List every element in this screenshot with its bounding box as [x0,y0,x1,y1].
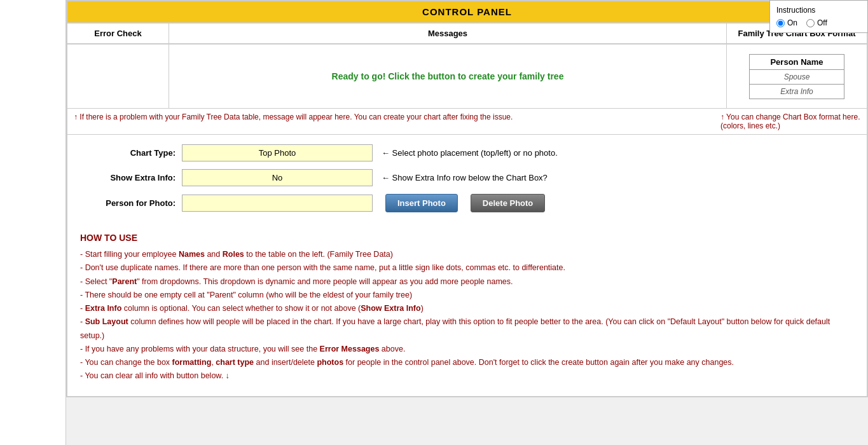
chart-type-input[interactable] [182,144,373,161]
chart-type-label: Chart Type: [80,148,182,158]
how-to-line-5: - Extra Info column is optional. You can… [80,302,854,315]
insert-photo-button[interactable]: Insert Photo [385,194,458,212]
instructions-on-radio[interactable] [776,19,785,27]
person-for-photo-row: Person for Photo: Insert Photo Delete Ph… [80,194,854,212]
control-panel-header: CONTROL PANEL [66,0,868,24]
instructions-radio-group: On Off [776,18,861,27]
messages-cell: Ready to go! Click the button to create … [169,44,727,108]
instructions-off-option[interactable]: Off [806,18,827,27]
family-tree-box-cell: Person Name Spouse Extra Info [727,44,867,108]
how-to-line-8: - You can change the box formatting, cha… [80,356,854,369]
left-sidebar [0,0,66,445]
col-header-error-check: Error Check [67,24,169,43]
delete-photo-button[interactable]: Delete Photo [471,194,545,212]
instructions-title: Instructions [776,6,861,15]
how-to-line-9: - You can clear all info with button bel… [80,369,854,383]
how-to-line-6: - Sub Layout column defines how will peo… [80,315,854,343]
instructions-off-radio[interactable] [806,19,815,27]
family-tree-box: Person Name Spouse Extra Info [749,54,844,99]
info-right-text: ↑ You can change Chart Box format here. … [720,113,860,130]
error-check-cell [67,44,169,108]
show-extra-hint: ← Show Extra Info row below the Chart Bo… [382,173,548,182]
chart-type-hint: ← Select photo placement (top/left) or n… [382,148,558,158]
instructions-off-label: Off [817,18,827,27]
show-extra-info-row: Show Extra Info: ← Show Extra Info row b… [80,169,854,186]
ft-box-extra-info: Extra Info [750,85,844,99]
ft-box-spouse: Spouse [750,70,844,85]
show-extra-label: Show Extra Info: [80,173,182,182]
how-to-line-3: - Select "Parent" from dropdowns. This d… [80,275,854,289]
col-header-messages: Messages [169,24,727,43]
info-left-text: ↑ If there is a problem with your Family… [74,113,720,130]
body-row: Ready to go! Click the button to create … [66,44,868,108]
main-content: CONTROL PANEL Error Check Messages Famil… [66,0,868,445]
column-headers: Error Check Messages Family Tree Chart B… [66,24,868,44]
how-to-use-content: - Start filling your employee Names and … [80,248,854,383]
how-to-line-1: - Start filling your employee Names and … [80,248,854,261]
info-right-content: ↑ You can change Chart Box format here. … [720,113,860,130]
person-photo-label: Person for Photo: [80,198,182,208]
how-to-line-7: - If you have any problems with your dat… [80,343,854,356]
instructions-on-label: On [787,18,797,27]
how-to-line-4: - There should be one empty cell at "Par… [80,289,854,302]
info-row: ↑ If there is a problem with your Family… [66,108,868,135]
show-extra-input[interactable] [182,169,373,186]
how-to-use-title: HOW TO USE [80,233,854,243]
person-photo-input[interactable] [182,195,373,212]
chart-type-row: Chart Type: ← Select photo placement (to… [80,144,854,161]
instructions-on-option[interactable]: On [776,18,797,27]
ready-message: Ready to go! Click the button to create … [332,71,564,81]
how-to-use-section: HOW TO USE - Start filling your employee… [66,226,868,397]
info-left-content: ↑ If there is a problem with your Family… [74,113,513,121]
how-to-line-2: - Don't use duplicate names. If there ar… [80,261,854,275]
instructions-panel: Instructions On Off [769,0,868,33]
ft-box-person-name: Person Name [750,55,844,70]
controls-area: Chart Type: ← Select photo placement (to… [66,135,868,226]
